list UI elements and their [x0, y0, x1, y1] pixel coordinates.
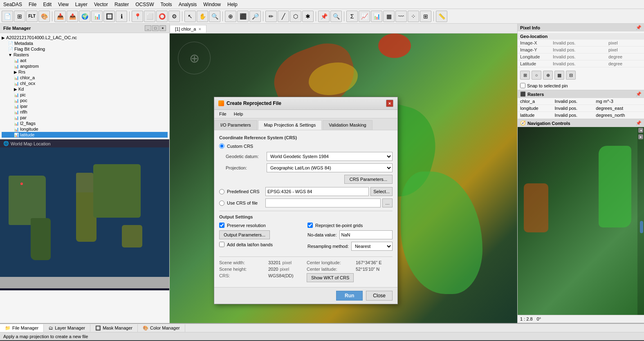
- tree-l2flags[interactable]: 📊 l2_flags: [2, 120, 168, 126]
- bottom-tab-filemanager[interactable]: 📁 File Manager: [0, 324, 44, 332]
- settings-btn[interactable]: ⚙: [168, 11, 180, 22]
- predefined-select-btn[interactable]: Select...: [370, 187, 393, 196]
- maximize-btn[interactable]: □: [152, 25, 159, 31]
- snap-checkbox[interactable]: [520, 83, 525, 88]
- hand-btn[interactable]: ✋: [197, 11, 208, 22]
- menu-help[interactable]: Help: [224, 1, 241, 8]
- menu-window[interactable]: Window: [200, 1, 224, 8]
- sigma-btn[interactable]: Σ: [346, 11, 358, 22]
- tree-par[interactable]: 📊 par: [2, 115, 168, 120]
- tree-chlocx[interactable]: 📊 chl_ocx: [2, 80, 168, 86]
- resampling-select[interactable]: NearestBilinearBicubic: [351, 242, 393, 251]
- run-button[interactable]: Run: [336, 291, 363, 301]
- tree-poc[interactable]: 📊 poc: [2, 98, 168, 103]
- custom-crs-input[interactable]: [219, 143, 224, 149]
- filter-icon-btn[interactable]: ⊟: [566, 71, 576, 80]
- tree-longitude[interactable]: 📊 longitude: [2, 126, 168, 132]
- reproject-tie-checkbox[interactable]: [307, 223, 313, 228]
- tab-chlora[interactable]: [1] chlor_a ×: [170, 25, 206, 33]
- grid-icon-btn[interactable]: ⊞: [520, 71, 530, 80]
- menu-edit[interactable]: Edit: [40, 1, 55, 8]
- add-delta-checkbox[interactable]: [219, 242, 224, 247]
- poly-btn[interactable]: ⬡: [290, 11, 301, 22]
- tab-validation[interactable]: Validation Masking: [323, 120, 372, 130]
- square-btn[interactable]: ⬜: [144, 11, 155, 22]
- hist-btn[interactable]: ▦: [383, 11, 395, 22]
- arrow-btn[interactable]: ↖: [184, 11, 196, 22]
- zoom-btn[interactable]: 🔍: [209, 11, 220, 22]
- ruler-btn[interactable]: 📏: [436, 11, 447, 22]
- rasters-pin[interactable]: 📌: [636, 91, 642, 97]
- table-icon-btn[interactable]: ▦: [554, 71, 564, 80]
- chart-btn[interactable]: 📈: [359, 11, 370, 22]
- circle-btn[interactable]: ⭕: [156, 11, 168, 22]
- nav-controls-pin[interactable]: 📌: [636, 120, 642, 126]
- box-select-btn[interactable]: ⬛: [237, 11, 249, 22]
- bar-btn[interactable]: 📊: [371, 11, 382, 22]
- preserve-res-checkbox[interactable]: [219, 223, 224, 228]
- nav-map-canvas[interactable]: ◂ ▸: [518, 127, 644, 315]
- close-dialog-button[interactable]: Close: [366, 291, 393, 301]
- menu-tools[interactable]: Tools: [157, 1, 175, 8]
- mask-btn[interactable]: 🔲: [103, 11, 115, 22]
- tree-flagbit[interactable]: 📄 Flag Bit Coding: [2, 46, 168, 52]
- zoom-box-btn[interactable]: 🔎: [249, 11, 261, 22]
- crs-params-btn[interactable]: CRS Parameters...: [344, 175, 393, 184]
- minimize-btn[interactable]: _: [145, 25, 151, 31]
- tree-pic[interactable]: 📊 pic: [2, 92, 168, 98]
- flt-btn[interactable]: FLT: [26, 11, 38, 22]
- use-crs-input[interactable]: [219, 201, 224, 206]
- tab-map-projection[interactable]: Map Projection & Settings: [258, 120, 322, 130]
- dialog-menu-help[interactable]: Help: [232, 111, 245, 117]
- import-btn[interactable]: 📥: [54, 11, 66, 22]
- table-btn[interactable]: ⊞: [420, 11, 431, 22]
- tree-root[interactable]: ▶ A20221217014000.L2_LAC_OC.nc: [2, 35, 168, 40]
- projection-select[interactable]: Geographic Lat/Lon (WGS 84): [267, 163, 393, 172]
- grid-btn[interactable]: ⊞: [14, 11, 25, 22]
- menu-layer[interactable]: Layer: [72, 1, 91, 8]
- nav-btn[interactable]: ⊕: [225, 11, 236, 22]
- nav-side-btn2[interactable]: ▸: [638, 134, 643, 139]
- predefined-crs-field[interactable]: [265, 187, 369, 196]
- pencil-btn[interactable]: ✏: [265, 11, 277, 22]
- new-btn[interactable]: 📄: [2, 11, 13, 22]
- menu-raster[interactable]: Raster: [111, 1, 132, 8]
- wave-btn[interactable]: 〰: [395, 11, 407, 22]
- scatter-btn[interactable]: ⁘: [408, 11, 419, 22]
- tree-chlora[interactable]: 📊 chlor_a: [2, 75, 168, 80]
- close-btn[interactable]: ×: [159, 25, 166, 31]
- tree-nflh[interactable]: 📊 nflh: [2, 109, 168, 115]
- line-btn[interactable]: ╱: [278, 11, 289, 22]
- tree-latitude[interactable]: 📊 latitude: [2, 132, 168, 138]
- tab-close-btn[interactable]: ×: [198, 27, 201, 31]
- circle-icon-btn[interactable]: ○: [532, 71, 541, 80]
- dialog-title-bar[interactable]: Create Reprojected File ×: [214, 97, 397, 110]
- tree-rrs[interactable]: ▶ Rrs: [2, 69, 168, 75]
- menu-seadas[interactable]: SeaDAS: [0, 1, 25, 8]
- tree-ipar[interactable]: 📊 ipar: [2, 103, 168, 109]
- bottom-tab-maskmanager[interactable]: 🔲 Mask Manager: [90, 324, 138, 332]
- use-crs-browse-btn[interactable]: …: [382, 198, 393, 207]
- custom-crs-radio[interactable]: Custom CRS: [219, 143, 393, 149]
- nav-side-btn1[interactable]: ◂: [638, 128, 643, 133]
- tab-io-params[interactable]: I/O Parameters: [214, 120, 257, 130]
- search-btn[interactable]: 🔍: [330, 11, 342, 22]
- menu-analysis[interactable]: Analysis: [175, 1, 200, 8]
- output-params-btn[interactable]: Output Parameters...: [219, 230, 270, 239]
- color-btn[interactable]: 🎨: [38, 11, 50, 22]
- show-wkt-btn[interactable]: Show WKT of CRS: [307, 273, 354, 282]
- menu-ocssw[interactable]: OCSSW: [132, 1, 157, 8]
- spectrum-btn[interactable]: 📊: [91, 11, 103, 22]
- info-btn[interactable]: ℹ: [116, 11, 127, 22]
- pixel-info-pin[interactable]: 📌: [636, 25, 642, 30]
- magic-btn[interactable]: ✱: [302, 11, 314, 22]
- dialog-menu-file[interactable]: File: [218, 111, 228, 117]
- menu-file[interactable]: File: [25, 1, 40, 8]
- tree-rasters[interactable]: ▼ Rasters: [2, 52, 168, 58]
- tree-aot[interactable]: 📊 aot: [2, 58, 168, 63]
- dialog-close-icon[interactable]: ×: [386, 100, 393, 107]
- menu-vector[interactable]: Vector: [91, 1, 111, 8]
- tree-kd[interactable]: ▶ Kd: [2, 86, 168, 92]
- tree-metadata[interactable]: 📄 Metadata: [2, 40, 168, 46]
- cross-icon-btn[interactable]: ⊕: [543, 71, 553, 80]
